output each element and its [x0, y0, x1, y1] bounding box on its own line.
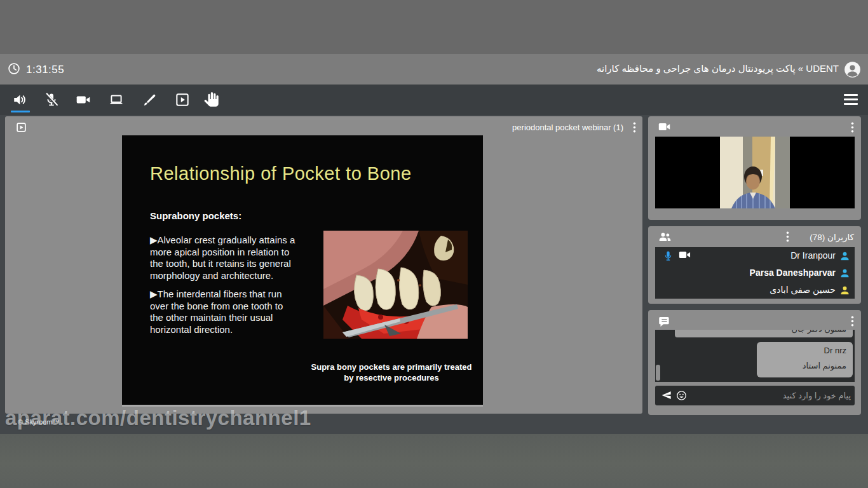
- person-icon: [839, 250, 850, 261]
- presentation-menu-icon[interactable]: [633, 122, 636, 135]
- chat-messages: ممنون دکتر جان Dr nrz ممنونم استاد: [655, 330, 855, 382]
- camera-panel-icon: [658, 122, 670, 134]
- slide-title: Relationship of Pocket to Bone: [150, 163, 412, 184]
- emoji-icon[interactable]: [676, 390, 687, 403]
- chat-message-author: Dr nrz: [757, 346, 846, 355]
- user-list: Dr Iranpour Parsa Daneshparvar: [655, 247, 855, 299]
- video-panel: [648, 116, 861, 220]
- users-panel-icon: [658, 232, 672, 244]
- chat-panel: ممنون دکتر جان Dr nrz ممنونم استاد: [648, 310, 861, 415]
- camera-button[interactable]: [75, 92, 92, 108]
- users-panel: کاربران (78) Dr Iranpour: [648, 226, 861, 304]
- media-player-button[interactable]: [174, 92, 191, 108]
- person-icon: [839, 285, 850, 295]
- elapsed-time: 1:31:55: [26, 64, 64, 76]
- user-row-parsa-daneshparvar[interactable]: Parsa Daneshparvar: [655, 264, 855, 281]
- presentation-panel: periodontal pocket webinar (1) Relations…: [5, 116, 642, 414]
- presenter-webcam-feed: [720, 137, 790, 208]
- slide-caption: Supra bony pockets are primarily treated…: [306, 362, 477, 383]
- letterbox-bottom: [0, 434, 868, 488]
- user-avatar[interactable]: [844, 61, 861, 78]
- header-bar: 1:31:55 UDENT » پاکت پریودنتال درمان های…: [0, 54, 868, 85]
- video-panel-menu-icon[interactable]: [851, 122, 854, 135]
- session-title: UDENT » پاکت پریودنتال درمان های جراحی و…: [597, 63, 839, 74]
- chat-message-text: ممنونم استاد: [757, 361, 846, 370]
- slide: Relationship of Pocket to Bone Suprabony…: [122, 135, 483, 407]
- chat-panel-icon: [658, 316, 670, 330]
- user-row-dr-iranpour[interactable]: Dr Iranpour: [655, 247, 855, 264]
- content-area: periodontal pocket webinar (1) Relations…: [0, 115, 868, 434]
- slide-bullet-1: ▶Alveolar crest gradually attains a more…: [150, 234, 313, 281]
- raise-hand-button[interactable]: [204, 92, 220, 108]
- user-name: حسین صفی ابادی: [770, 285, 836, 295]
- person-icon: [839, 268, 850, 278]
- user-name: Parsa Daneshparvar: [750, 268, 836, 278]
- camera-on-icon: [679, 250, 691, 264]
- active-tool-underline: [11, 111, 30, 112]
- chat-input[interactable]: [705, 386, 851, 405]
- main-toolbar: [0, 85, 868, 115]
- clinical-photo: [323, 231, 468, 339]
- slide-bullet-2: ▶The interdental fibers that run over th…: [150, 288, 313, 336]
- microphone-off-button[interactable]: [43, 92, 60, 108]
- volume-button[interactable]: [12, 92, 29, 108]
- draw-button[interactable]: [140, 92, 157, 108]
- chat-input-bar: [655, 386, 855, 405]
- letterbox-top: [0, 0, 868, 54]
- chat-message-clipped: ممنون دکتر جان: [675, 330, 853, 337]
- skyroom-webinar-window: 1:31:55 UDENT » پاکت پریودنتال درمان های…: [0, 0, 868, 488]
- chat-scrollbar[interactable]: [656, 365, 660, 381]
- user-name: Dr Iranpour: [790, 250, 836, 261]
- presentation-title: periodontal pocket webinar (1): [512, 123, 623, 132]
- clock-icon: [8, 62, 20, 78]
- send-icon[interactable]: [661, 390, 672, 403]
- users-panel-title: کاربران (78): [810, 232, 854, 242]
- chat-message-bubble: Dr nrz ممنونم استاد: [757, 342, 853, 377]
- user-row-hossein-safiabadi[interactable]: حسین صفی ابادی: [655, 281, 855, 299]
- skyroom-copyright: © Skyroom™: [18, 418, 60, 426]
- slide-heading: Suprabony pockets:: [150, 210, 241, 221]
- presentation-icon: [16, 122, 27, 133]
- screen-share-button[interactable]: [108, 92, 125, 108]
- webcam-video: [655, 137, 855, 208]
- menu-icon[interactable]: [844, 94, 858, 105]
- slide-bottom-strip: [122, 405, 483, 407]
- mic-on-icon: [664, 250, 672, 264]
- users-panel-menu-icon[interactable]: [786, 231, 789, 245]
- chat-panel-menu-icon[interactable]: [851, 316, 854, 329]
